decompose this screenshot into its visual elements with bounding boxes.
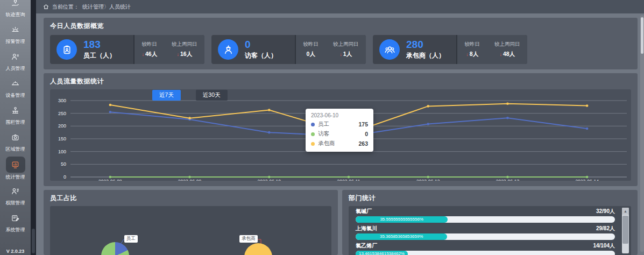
page-scrollbar[interactable]: [640, 15, 644, 252]
department-row-2: 上海氯川 29/82人 35.36585365853659%: [356, 225, 615, 240]
tooltip-date: 2023-06-10: [311, 112, 368, 118]
down-arrow-icon: ↓: [466, 52, 469, 57]
sidebar-scrollbar-thumb[interactable]: [32, 229, 35, 253]
track-icon: [6, 0, 25, 10]
breadcrumb-path: 统计管理〉人员统计: [82, 3, 131, 11]
compare-label: 较昨日: [141, 41, 157, 48]
department-progress-track: 13.461538461538462%: [356, 251, 615, 255]
tooltip-row: 员工 175: [311, 121, 368, 128]
sidebar-item-5[interactable]: 围栏管理: [6, 103, 25, 130]
pie-charts-container: 员工承包商: [50, 206, 331, 255]
series-dot-icon: [311, 132, 315, 136]
series-dot-icon: [311, 123, 315, 126]
sidebar: 轨迹查询 报警管理 人员管理 设备管理 围栏管理 区域管理 统计管理 权限管理 …: [0, 0, 31, 255]
sidebar-item-8[interactable]: 权限管理: [6, 183, 25, 210]
card-main: 183 员工（人）: [50, 35, 135, 64]
overview-title: 今日人员数据概览: [50, 22, 631, 31]
department-name: 氯碱厂: [356, 208, 372, 215]
department-progress-fill: 35.55555555555556%: [356, 216, 448, 223]
compare-value: ↓48人: [494, 51, 520, 58]
compare-block: 较上周同日 ↓1人: [333, 41, 359, 58]
svg-text:150: 150: [58, 136, 66, 141]
svg-text:50: 50: [61, 161, 66, 167]
department-name: 上海氯川: [356, 225, 377, 232]
compare-block: 较昨日 ↓8人: [465, 41, 480, 58]
compare-value: ↓1人: [333, 51, 359, 58]
compare-block: 较上周同日 ↓16人: [172, 41, 197, 58]
svg-text:0: 0: [63, 174, 66, 180]
flow-section: 人员流量数据统计 近7天近30天 0501001502002503002023-…: [44, 73, 638, 186]
sidebar-item-6[interactable]: 区域管理: [6, 130, 25, 157]
svg-text:250: 250: [58, 111, 66, 116]
card-compares: 较昨日 ↓8人 较上周同日 ↓48人: [457, 35, 527, 64]
down-arrow-icon: ↓: [176, 52, 179, 57]
department-progress-track: 35.55555555555556%: [356, 216, 615, 223]
flow-chart-container: 近7天近30天 0501001502002503002023-06-082023…: [50, 89, 631, 181]
card-label: 员工（人）: [83, 51, 116, 60]
home-icon: [43, 4, 49, 10]
department-title: 部门统计: [349, 194, 631, 203]
stats-icon: [6, 157, 25, 173]
department-progress-fill: 35.36585365853659%: [356, 233, 447, 240]
department-count: 14/104人: [593, 242, 615, 250]
tooltip-series-value: 175: [358, 121, 368, 128]
department-count: 29/82人: [596, 225, 615, 232]
flow-title: 人员流量数据统计: [50, 77, 631, 86]
stat-card-1: 183 员工（人） 较昨日 ↓46人 较上周同日 ↓16人: [50, 35, 204, 64]
sidebar-item-9[interactable]: 系统管理: [6, 210, 25, 237]
main-area: 当前位置： 统计管理〉人员统计 今日人员数据概览 183 员工（人） 较昨日 ↓…: [36, 0, 644, 255]
sidebar-item-7[interactable]: 统计管理: [6, 157, 25, 183]
sidebar-item-1[interactable]: 轨迹查询: [6, 0, 25, 22]
badge-icon: [56, 39, 77, 60]
svg-text:300: 300: [58, 98, 66, 103]
svg-text:2023-06-14: 2023-06-14: [575, 179, 599, 181]
bottom-row: 员工占比 员工承包商 部门统计 氯碱厂 32/90人 35.5555555555…: [44, 190, 638, 255]
tooltip-series-name: 承包商: [318, 140, 335, 147]
department-scrollbar[interactable]: ▲: [622, 208, 629, 253]
page-scrollbar-thumb[interactable]: [641, 17, 643, 54]
svg-text:2023-06-08: 2023-06-08: [98, 179, 122, 181]
compare-block: 较昨日 0人: [303, 41, 319, 58]
sidebar-menu: 轨迹查询 报警管理 人员管理 设备管理 围栏管理 区域管理 统计管理 权限管理 …: [6, 0, 25, 237]
compare-value: ↓46人: [141, 51, 157, 58]
department-progress-fill: 13.461538461538462%: [356, 251, 408, 255]
compare-label: 较上周同日: [494, 41, 520, 48]
sidebar-item-label: 权限管理: [6, 200, 25, 207]
page-content: 今日人员数据概览 183 员工（人） 较昨日 ↓46人 较上周同日 ↓16人 0…: [36, 13, 644, 255]
svg-text:2023-06-12: 2023-06-12: [416, 179, 440, 181]
sidebar-item-3[interactable]: 人员管理: [6, 49, 25, 76]
down-arrow-icon: ↓: [141, 52, 144, 57]
stat-card-3: 280 承包商（人） 较昨日 ↓8人 较上周同日 ↓48人: [373, 35, 527, 64]
pie-section: 员工占比 员工承包商: [44, 190, 338, 255]
sidebar-item-label: 轨迹查询: [6, 11, 25, 18]
card-main: 0 访客（人）: [211, 35, 296, 64]
department-scrollbar-thumb[interactable]: [622, 216, 628, 244]
compare-value: 0人: [303, 51, 319, 58]
card-value: 280: [406, 39, 445, 50]
group-icon: [379, 39, 400, 60]
sidebar-item-label: 围栏管理: [6, 119, 25, 126]
scroll-up-icon[interactable]: ▲: [622, 208, 629, 215]
pie-label: 承包商: [239, 235, 258, 243]
sidebar-item-4[interactable]: 设备管理: [6, 76, 25, 103]
svg-text:200: 200: [58, 123, 66, 129]
svg-text:2023-06-11: 2023-06-11: [337, 179, 360, 181]
compare-value: ↓16人: [172, 51, 197, 58]
department-list: 氯碱厂 32/90人 35.55555555555556% 上海氯川 29/82…: [349, 206, 631, 255]
sidebar-item-2[interactable]: 报警管理: [6, 22, 25, 49]
sidebar-item-label: 系统管理: [6, 226, 25, 233]
compare-label: 较上周同日: [172, 41, 197, 48]
card-value: 0: [245, 39, 277, 50]
sidebar-scrollbar[interactable]: [31, 0, 36, 255]
card-compares: 较昨日 0人 较上周同日 ↓1人: [296, 35, 366, 64]
tab-近7天[interactable]: 近7天: [152, 90, 181, 101]
app-version: V 2.0.23: [0, 249, 31, 254]
department-rows: 氯碱厂 32/90人 35.55555555555556% 上海氯川 29/82…: [356, 208, 615, 255]
department-section: 部门统计 氯碱厂 32/90人 35.55555555555556% 上海氯川 …: [342, 190, 638, 255]
alarm-icon: [6, 22, 25, 37]
breadcrumb-location-label: 当前位置：: [52, 3, 79, 11]
down-arrow-icon: ↓: [499, 52, 502, 57]
svg-text:2023-06-10: 2023-06-10: [258, 179, 281, 181]
person-icon: [6, 49, 25, 64]
tab-近30天[interactable]: 近30天: [196, 90, 228, 101]
